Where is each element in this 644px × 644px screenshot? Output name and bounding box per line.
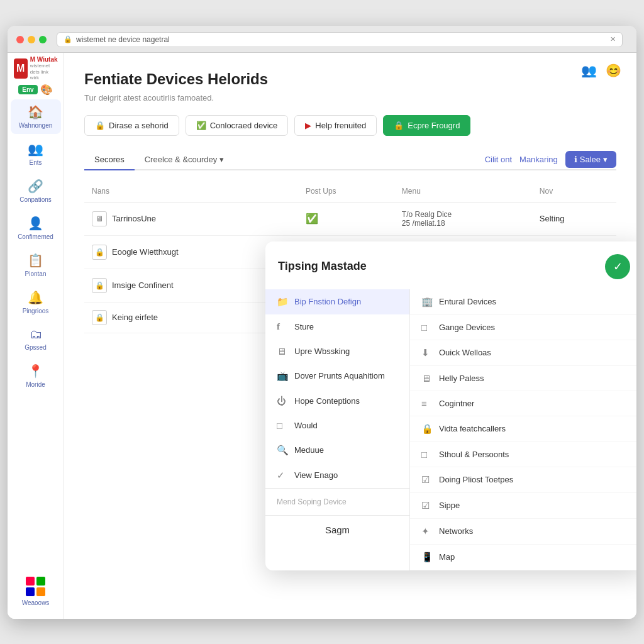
main-content: 👥 😊 Fentiate Devices Helorids Tur deigri… xyxy=(64,53,636,619)
checkbox-checked-icon: ☑ xyxy=(421,474,433,486)
facebook-icon: f xyxy=(277,321,288,332)
sagm-button[interactable]: Sagm xyxy=(265,515,409,544)
header-icons: 👥 😊 xyxy=(581,63,621,78)
modal-right-item-helly[interactable]: 🖥 Helly Paless xyxy=(410,366,636,391)
action-buttons: 🔒 Dirase a sehorid ✅ Conlocraed device ▶… xyxy=(84,115,616,136)
modal-footer: Mend Soping Device xyxy=(265,488,409,515)
check-icon: ✅ xyxy=(196,121,206,130)
check-icon: ✓ xyxy=(613,260,623,274)
table-row[interactable]: 🖥 TarrinosUne ✅ T/o Realg Dice 25 /melia… xyxy=(84,202,616,235)
modal-menu-item-bip[interactable]: 📁 Bip Fnstion Defign xyxy=(265,289,409,314)
ecpre-button[interactable]: 🔒 Ecpre Frougrd xyxy=(383,115,470,136)
modal-menu-item-hope[interactable]: ⏻ Hope Conteptions xyxy=(265,389,409,413)
device-name-cell: 🔒 Eoogle Wletthxugt xyxy=(92,245,179,260)
tab-close-icon[interactable]: ✕ xyxy=(610,35,616,43)
chevron-down-icon: ▾ xyxy=(219,155,224,164)
gpssed-icon: 🗂 xyxy=(30,327,42,341)
menu-item-label: Hope Conteptions xyxy=(294,396,360,406)
modal-right-item-sippe[interactable]: ☑ Sippe xyxy=(410,493,636,519)
modal-right-item-ouick[interactable]: ⬇ Ouick Welloas xyxy=(410,340,636,366)
modal-menu-item-view-enago[interactable]: ✓ View Enago xyxy=(265,463,409,488)
device-name-cell: 🔒 Imsige Confinent xyxy=(92,278,174,293)
page-subtitle: Tur deigrit atest acoutirlis famoated. xyxy=(84,93,616,103)
modal-menu-item-meduue[interactable]: 🔍 Meduue xyxy=(265,438,409,463)
modal-right-item-vidta[interactable]: 🔒 Vidta featchcallers xyxy=(410,416,636,442)
search-icon: 🔍 xyxy=(277,445,288,456)
address-bar[interactable]: 🔒 wistemet ne device nagetral ✕ xyxy=(57,32,623,47)
menu-cell: T/o Realg Dice 25 /meliat.18 xyxy=(402,210,525,228)
help-label: Help frenuited xyxy=(315,121,366,130)
maximize-traffic-light[interactable] xyxy=(39,36,47,43)
modal-menu-item-would[interactable]: □ Would xyxy=(265,413,409,438)
settings-header-icon[interactable]: 😊 xyxy=(606,63,621,78)
modal-menu-item-dover[interactable]: 📺 Dover Prunts Aquahitiom xyxy=(265,364,409,389)
power-icon: ⏻ xyxy=(277,396,288,406)
logo-box: M xyxy=(14,58,28,79)
info-icon: ℹ xyxy=(574,155,577,164)
modal-right-item-map[interactable]: 📱 Map xyxy=(410,545,636,570)
moride-icon: 📍 xyxy=(28,364,43,379)
square-icon: □ xyxy=(421,322,433,333)
right-item-label: Map xyxy=(439,552,455,562)
sidebar-item-label: Conpations xyxy=(19,196,52,203)
address-text: wistemet ne device nagetral xyxy=(76,35,170,44)
menu-item-label: Bip Fnstion Defign xyxy=(294,297,361,306)
dirase-button[interactable]: 🔒 Dirase a sehorid xyxy=(84,115,179,136)
mankaring-link[interactable]: Mankaring xyxy=(519,155,558,164)
device-name-cell: 🖥 TarrinosUne xyxy=(92,211,156,226)
sidebar-item-gpssed[interactable]: 🗂 Gpssed xyxy=(11,322,61,356)
right-item-label: Ouick Welloas xyxy=(439,348,491,357)
lock-icon: 🔒 xyxy=(64,35,72,43)
page-title: Fentiate Devices Helorids xyxy=(84,70,616,88)
sidebar-item-piontan[interactable]: 📋 Piontan xyxy=(11,248,61,282)
right-item-label: Gange Devices xyxy=(439,323,495,332)
users-header-icon[interactable]: 👥 xyxy=(581,63,597,78)
cilit-ont-link[interactable]: Cilit ont xyxy=(485,155,512,164)
col-nans: Nans xyxy=(84,180,298,203)
sidebar-item-ents[interactable]: 👥 Ents xyxy=(11,136,61,171)
salee-button[interactable]: ℹ Salee ▾ xyxy=(565,151,616,168)
close-traffic-light[interactable] xyxy=(16,36,24,43)
conlocraed-button[interactable]: ✅ Conlocraed device xyxy=(186,115,289,136)
right-item-label: Vidta featchcallers xyxy=(439,424,506,433)
modal-right-item-sthoul[interactable]: □ Sthoul & Persoonts xyxy=(410,442,636,467)
sidebar-item-weaoows[interactable]: Weaoows xyxy=(11,572,61,611)
square-icon: □ xyxy=(421,449,433,460)
windows-icon xyxy=(26,577,46,597)
tab-secores-label: Secores xyxy=(94,155,125,164)
minimize-traffic-light[interactable] xyxy=(28,36,35,43)
lock-icon: 🔒 xyxy=(421,423,433,435)
sidebar-item-label: Gpssed xyxy=(25,344,46,351)
square-icon: □ xyxy=(277,420,288,431)
tab-secores[interactable]: Secores xyxy=(84,150,135,170)
modal-right-item-entural[interactable]: 🏢 Entural Devices xyxy=(410,289,636,315)
post-up-status: ✅ xyxy=(306,213,318,224)
tv-icon: 📺 xyxy=(277,370,288,382)
modal-right-item-gange[interactable]: □ Gange Devices xyxy=(410,315,636,340)
modal-right-item-cogintner[interactable]: ≡ Cogintner xyxy=(410,391,636,416)
right-item-label: Sthoul & Persoonts xyxy=(439,450,509,459)
modal-menu-item-upre[interactable]: 🖥 Upre Wbssking xyxy=(265,339,409,364)
sidebar-item-conpations[interactable]: 🔗 Conpations xyxy=(11,174,61,208)
nov-cell: Selting xyxy=(532,202,616,235)
help-button[interactable]: ▶ Help frenuited xyxy=(294,115,377,136)
sidebar-item-confimemed[interactable]: 👤 Confimemed xyxy=(11,211,61,245)
building-icon: 🏢 xyxy=(421,296,433,308)
modal-menu-item-sture[interactable]: f Sture xyxy=(265,314,409,339)
sidebar-item-label: Weaoows xyxy=(22,599,50,606)
modal-footer-label: Mend Soping Device xyxy=(277,497,347,506)
sidebar-item-pingrioos[interactable]: 🔔 Pingrioos xyxy=(11,285,61,319)
play-icon: ▶ xyxy=(305,121,311,130)
tabs-row: Secores Creelce & &courdey ▾ Cilit ont M… xyxy=(84,150,616,170)
modal-right-item-doing[interactable]: ☑ Doing Pliost Toetpes xyxy=(410,467,636,493)
browser-window: 🔒 wistemet ne device nagetral ✕ M M Wiut… xyxy=(8,26,636,619)
modal-confirm-button[interactable]: ✓ xyxy=(605,254,630,279)
sidebar-item-moride[interactable]: 📍 Moride xyxy=(11,358,61,393)
modal-left-panel: 📁 Bip Fnstion Defign f Sture 🖥 Upre Wbss… xyxy=(265,289,410,570)
sidebar-item-label: Ents xyxy=(29,159,42,166)
modal-right-item-networks[interactable]: ✦ Networks xyxy=(410,519,636,545)
tab-creelce[interactable]: Creelce & &courdey ▾ xyxy=(135,150,235,170)
sidebar-item-wahnongen[interactable]: 🏠 Wahnongen xyxy=(11,99,61,134)
device-name: Imsige Confinent xyxy=(112,280,174,290)
checkbox-icon: ☑ xyxy=(421,500,433,511)
